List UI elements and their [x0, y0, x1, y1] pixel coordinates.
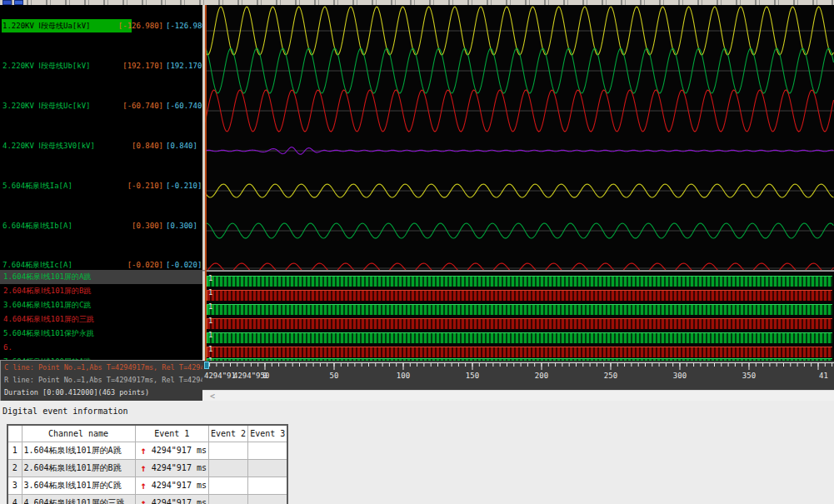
channel-label: 6. [3, 341, 12, 355]
digital-trace[interactable]: 1 [207, 304, 832, 316]
ref-value: [-126.980] [166, 19, 202, 32]
cursor-value: [0.840] [132, 139, 163, 152]
col-header-event2: Event 2 [208, 425, 247, 442]
channel-name-cell: 2.604柘泉Ⅰ线101屏的B跳 [22, 459, 135, 477]
table-row[interactable]: 2 2.604柘泉Ⅰ线101屏的B跳 ↑4294"917 ms [7, 459, 287, 477]
analog-channel-row[interactable]: 5.604柘泉Ⅰ线Ia[A] [-0.210] [-0.210] [0, 179, 202, 192]
channel-label: 5.604柘泉Ⅰ线Ia[A] [2, 179, 72, 192]
event3-cell [248, 459, 288, 477]
event1-cell: ↑4294"917 ms [135, 477, 208, 494]
digital-channel-row[interactable]: 3.604柘泉Ⅰ线101屏的C跳 [0, 298, 202, 312]
event1-cell: ↑4294"917 ms [135, 494, 208, 504]
horizontal-scrollbar[interactable]: < [202, 390, 834, 402]
digital-high-bar [207, 332, 832, 343]
channel-name-cell: 4.604柘泉Ⅰ线101屏的三跳 [22, 494, 135, 504]
channel-name-cell: 3.604柘泉Ⅰ线101屏的C跳 [22, 477, 135, 494]
col-header-num [7, 425, 22, 442]
cursor-value: [192.170] [122, 59, 163, 72]
channel-label: 2.220KV Ⅰ段母线Ub[kV] [2, 59, 91, 72]
c-cursor-line[interactable] [205, 5, 207, 361]
event-time: 4294"917 ms [152, 481, 207, 490]
digital-channel-row[interactable]: 4.604柘泉Ⅰ线101屏的三跳 [0, 312, 202, 327]
analog-waveform-area[interactable] [205, 5, 834, 272]
channel-label: 5.604柘泉Ⅰ线101保护永跳 [3, 327, 94, 341]
axis-tick-label: 50 [330, 372, 339, 380]
event3-cell [248, 442, 288, 459]
digital-channel-row[interactable]: 2.604柘泉Ⅰ线101屏的B跳 [0, 284, 202, 298]
rising-edge-icon: ↑ [141, 482, 147, 490]
event2-cell [208, 494, 247, 504]
digital-state-value: 1 [208, 288, 212, 297]
digital-trace[interactable]: 1 [207, 276, 832, 287]
col-header-event3: Event 3 [248, 425, 288, 442]
event-time: 4294"917 ms [152, 463, 207, 472]
digital-high-bar [207, 347, 832, 357]
table-row[interactable]: 4 4.604柘泉Ⅰ线101屏的三跳 ↑4294"917 ms [7, 494, 287, 504]
waveform-analysis-window: 1.220KV Ⅰ段母线Ua[kV] [-126.980] [-126.980]… [0, 0, 834, 504]
c-line-status: C line: Point No.=1,Abs T=4294917ms, Rel… [4, 363, 202, 372]
digital-channel-row[interactable]: 1.604柘泉Ⅰ线101屏的A跳 [0, 270, 202, 284]
digital-trace[interactable]: 1 [207, 318, 832, 330]
event-time: 4294"917 ms [152, 498, 207, 504]
table-header-row: Channel name Event 1 Event 2 Event 3 [7, 425, 287, 442]
digital-trace[interactable]: 1 [207, 347, 832, 358]
channel-label: 3.604柘泉Ⅰ线101屏的C跳 [3, 298, 91, 312]
digital-state-value: 1 [208, 302, 212, 311]
axis-tick-label: 0 [262, 372, 267, 380]
digital-channel-row[interactable]: 6. [0, 341, 202, 355]
analog-channel-row[interactable]: 1.220KV Ⅰ段母线Ua[kV] [-126.980] [-126.980] [0, 19, 202, 32]
digital-high-bar [207, 276, 832, 287]
digital-state-value: 1 [208, 345, 212, 353]
analog-channel-row[interactable]: 4.220KV Ⅰ段母线3V0[kV] [0.840] [0.840] [0, 139, 202, 152]
event3-cell [248, 477, 288, 494]
digital-high-bar [207, 304, 832, 315]
cursor-value: [-126.980] [118, 19, 163, 32]
cursor-value: [-0.210] [127, 179, 163, 192]
digital-high-bar [207, 318, 832, 329]
ref-value: [192.170] [166, 59, 202, 72]
ref-value: [0.300] [166, 219, 202, 232]
digital-trace[interactable]: 1 [207, 332, 832, 344]
col-header-event1: Event 1 [135, 425, 208, 442]
channel-label: 4.220KV Ⅰ段母线3V0[kV] [2, 139, 95, 152]
channel-label: 1.604柘泉Ⅰ线101屏的A跳 [3, 270, 91, 284]
table-row[interactable]: 3 3.604柘泉Ⅰ线101屏的C跳 ↑4294"917 ms [7, 477, 287, 494]
cursor-position-marker[interactable] [204, 362, 209, 369]
axis-tick-label: 100 [397, 372, 410, 380]
channel-label: 4.604柘泉Ⅰ线101屏的三跳 [3, 312, 94, 327]
r-line-status: R line: Point No.=1,Abs T=4294917ms, Rel… [4, 376, 202, 384]
event2-cell [208, 442, 247, 459]
digital-waveform-area[interactable]: 1 1 1 1 1 1 1 [205, 272, 834, 361]
analog-channel-row[interactable]: 6.604柘泉Ⅰ线Ib[A] [0.300] [0.300] [0, 219, 202, 232]
duration-status: Duration [0:00.412000](463 points) [4, 388, 202, 397]
axis-tick-label: 300 [673, 372, 687, 380]
axis-abs-time-label: 4294"91 [204, 372, 236, 380]
time-ruler[interactable]: 4294"91 4294"950 0 50 100 150 200 250 30… [202, 361, 834, 390]
digital-state-value: 1 [208, 274, 212, 282]
ruler-ticks [202, 361, 834, 390]
event-time: 4294"917 ms [152, 446, 207, 455]
analog-channel-row[interactable]: 3.220KV Ⅰ段母线Uc[kV] [-60.740] [-60.740] [0, 99, 202, 112]
event1-cell: ↑4294"917 ms [135, 442, 208, 459]
cursor-value: [-60.740] [122, 99, 163, 112]
digital-channel-row[interactable]: 5.604柘泉Ⅰ线101保护永跳 [0, 327, 202, 341]
event-info-section: Digital event information Channel name E… [0, 401, 834, 504]
waveform-plot [205, 5, 834, 272]
digital-state-value: 1 [208, 357, 212, 361]
cursor-status-panel: C line: Point No.=1,Abs T=4294917ms, Rel… [0, 360, 202, 401]
ref-value: [-0.210] [166, 179, 202, 192]
axis-tick-label: 350 [742, 372, 756, 380]
axis-tick-label: 41 [819, 372, 828, 380]
row-number: 2 [7, 459, 22, 477]
event1-cell: ↑4294"917 ms [135, 459, 208, 477]
axis-tick-label: 250 [604, 372, 617, 380]
rising-edge-icon: ↑ [141, 447, 147, 455]
channel-list-panel: 1.220KV Ⅰ段母线Ua[kV] [-126.980] [-126.980]… [0, 5, 202, 360]
analog-channel-row[interactable]: 2.220KV Ⅰ段母线Ub[kV] [192.170] [192.170] [0, 59, 202, 72]
digital-trace[interactable]: 1 [207, 290, 832, 302]
event3-cell [248, 494, 288, 504]
channel-label: 1.220KV Ⅰ段母线Ua[kV] [2, 19, 132, 32]
rising-edge-icon: ↑ [141, 464, 147, 472]
channel-name-cell: 1.604柘泉Ⅰ线101屏的A跳 [22, 442, 135, 459]
table-row[interactable]: 1 1.604柘泉Ⅰ线101屏的A跳 ↑4294"917 ms [7, 442, 287, 459]
